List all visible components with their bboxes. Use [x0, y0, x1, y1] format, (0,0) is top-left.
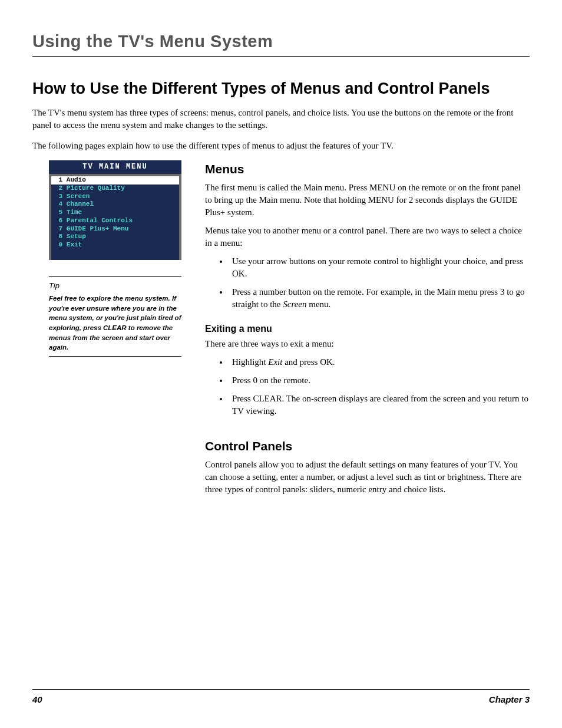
exiting-bullet-2: Press 0 on the remote. [229, 374, 530, 387]
menus-bullet-1: Use your arrow buttons on your remote co… [229, 255, 530, 280]
text: Highlight [232, 357, 268, 367]
menus-bullet-list: Use your arrow buttons on your remote co… [205, 255, 530, 311]
tv-menu-item: 0 Exit [51, 241, 179, 249]
control-panels-paragraph: Control panels allow you to adjust the d… [205, 459, 530, 496]
intro-paragraph-1: The TV's menu system has three types of … [32, 107, 530, 131]
tip-label: Tip [49, 281, 181, 291]
tv-menu-item: 1 Audio [51, 176, 179, 185]
section-title: How to Use the Different Types of Menus … [32, 79, 530, 99]
tv-menu-item: 5 Time [51, 209, 179, 217]
tv-menu-item: 7 GUIDE Plus+ Menu [51, 225, 179, 233]
menus-bullet-2: Press a number button on the remote. For… [229, 286, 530, 311]
intro-paragraph-2: The following pages explain how to use t… [32, 140, 530, 152]
menus-paragraph-2: Menus take you to another menu or a cont… [205, 225, 530, 249]
tip-text: Feel free to explore the menu system. If… [49, 294, 181, 353]
menus-paragraph-1: The first menu is called the Main menu. … [205, 182, 530, 219]
exiting-heading: Exiting a menu [205, 322, 530, 335]
tv-menu-item: 2 Picture Quality [51, 185, 179, 193]
exiting-bullet-3: Press CLEAR. The on-screen displays are … [229, 393, 530, 417]
tv-main-menu-figure: TV MAIN MENU 1 Audio 2 Picture Quality 3… [49, 160, 181, 260]
exiting-bullet-list: Highlight Exit and press OK. Press 0 on … [205, 356, 530, 417]
tv-menu-item: 3 Screen [51, 193, 179, 201]
chapter-title: Using the TV's Menu System [32, 29, 530, 54]
text: menu. [307, 299, 331, 309]
tv-menu-body: 1 Audio 2 Picture Quality 3 Screen 4 Cha… [51, 176, 179, 260]
tip-box: Tip Feel free to explore the menu system… [49, 276, 181, 357]
chapter-label: Chapter 3 [489, 693, 530, 706]
tv-menu-item: 8 Setup [51, 233, 179, 241]
em-text: Exit [268, 357, 282, 367]
menus-heading: Menus [205, 160, 530, 177]
exiting-paragraph: There are three ways to exit a menu: [205, 338, 530, 350]
control-panels-heading: Control Panels [205, 437, 530, 454]
horizontal-rule [32, 56, 530, 57]
tv-menu-title: TV MAIN MENU [49, 160, 181, 174]
text: Press a number button on the remote. For… [232, 287, 525, 309]
tv-menu-item: 4 Channel [51, 200, 179, 209]
exiting-bullet-1: Highlight Exit and press OK. [229, 356, 530, 368]
page-number: 40 [32, 693, 42, 706]
em-text: Screen [283, 299, 306, 309]
text: and press OK. [282, 357, 335, 367]
intro-block: The TV's menu system has three types of … [32, 107, 530, 152]
tv-menu-item: 6 Parental Controls [51, 217, 179, 225]
page-footer: 40 Chapter 3 [32, 689, 530, 706]
